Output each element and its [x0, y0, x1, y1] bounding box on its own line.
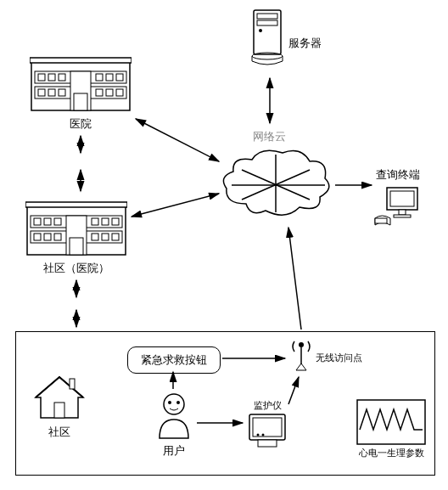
svg-point-54	[176, 401, 180, 404]
svg-point-53	[168, 401, 171, 404]
monitor-device-icon	[246, 413, 288, 450]
svg-rect-25	[48, 89, 55, 96]
wireless-ap-node	[288, 338, 314, 374]
emergency-button-label: 紧急求救按钮	[141, 353, 207, 366]
user-icon	[153, 391, 195, 442]
svg-rect-12	[394, 215, 411, 217]
svg-line-66	[132, 194, 219, 217]
svg-rect-42	[34, 234, 41, 240]
cloud-node	[216, 144, 335, 225]
wireless-ap-label: 无线访问点	[316, 352, 362, 364]
svg-rect-46	[102, 234, 109, 240]
svg-rect-0	[254, 10, 281, 54]
monitor-label: 监护仪	[246, 399, 288, 412]
svg-rect-21	[96, 74, 103, 81]
svg-rect-44	[54, 234, 61, 240]
svg-rect-39	[92, 218, 98, 225]
svg-line-75	[288, 228, 301, 329]
ecg-wave-icon	[356, 399, 426, 445]
svg-rect-23	[116, 74, 123, 81]
svg-rect-31	[74, 93, 87, 110]
terminal-node: 查询终端	[373, 166, 423, 228]
svg-rect-13	[375, 218, 387, 223]
emergency-button[interactable]: 紧急求救按钮	[127, 346, 221, 374]
ecg-label: 心电一生理参数	[356, 447, 426, 459]
svg-rect-24	[38, 89, 45, 96]
svg-rect-49	[70, 238, 83, 255]
svg-rect-38	[54, 218, 61, 225]
hospital-label: 医院	[30, 116, 132, 132]
hospital-building-icon	[30, 51, 132, 115]
cloud-label: 网络云	[253, 129, 286, 144]
house-icon	[32, 372, 87, 423]
svg-point-3	[259, 29, 262, 32]
svg-point-58	[262, 434, 265, 436]
svg-rect-62	[357, 400, 425, 444]
svg-rect-50	[70, 379, 75, 389]
svg-rect-22	[106, 74, 113, 81]
svg-rect-27	[96, 89, 103, 96]
svg-point-60	[299, 342, 304, 347]
svg-rect-41	[112, 218, 119, 225]
svg-rect-47	[112, 234, 119, 240]
svg-rect-56	[253, 418, 282, 436]
community-hospital-label: 社区（医院）	[25, 261, 127, 276]
svg-rect-33	[25, 202, 127, 207]
antenna-icon	[288, 338, 314, 374]
monitor-node: 监护仪	[246, 397, 288, 450]
community-hospital-icon	[25, 195, 127, 259]
svg-rect-43	[44, 234, 51, 240]
community-node: 社区	[32, 372, 87, 440]
svg-rect-40	[102, 218, 109, 225]
svg-rect-19	[48, 74, 55, 81]
cloud-icon	[216, 144, 335, 225]
svg-rect-51	[54, 403, 64, 418]
svg-rect-20	[59, 74, 65, 81]
svg-rect-28	[106, 89, 113, 96]
svg-rect-29	[116, 89, 123, 96]
server-icon	[250, 8, 289, 68]
user-node: 用户	[153, 391, 195, 459]
svg-line-65	[136, 119, 219, 161]
hospital-node: 医院	[30, 51, 132, 132]
terminal-icon	[373, 184, 423, 228]
svg-rect-59	[258, 440, 277, 447]
svg-point-57	[257, 434, 260, 436]
svg-rect-45	[92, 234, 98, 240]
svg-point-52	[164, 394, 184, 414]
terminal-label: 查询终端	[373, 167, 423, 183]
user-label: 用户	[153, 443, 195, 459]
community-label: 社区	[32, 425, 87, 440]
svg-rect-10	[390, 191, 414, 206]
svg-rect-18	[38, 74, 45, 81]
svg-rect-26	[59, 89, 65, 96]
svg-rect-37	[44, 218, 51, 225]
svg-rect-15	[30, 58, 132, 63]
svg-rect-36	[34, 218, 41, 225]
community-hospital-node: 社区（医院）	[25, 195, 127, 276]
svg-rect-11	[399, 210, 406, 215]
ecg-node: 心电一生理参数	[356, 399, 426, 459]
server-label: 服务器	[288, 36, 322, 51]
